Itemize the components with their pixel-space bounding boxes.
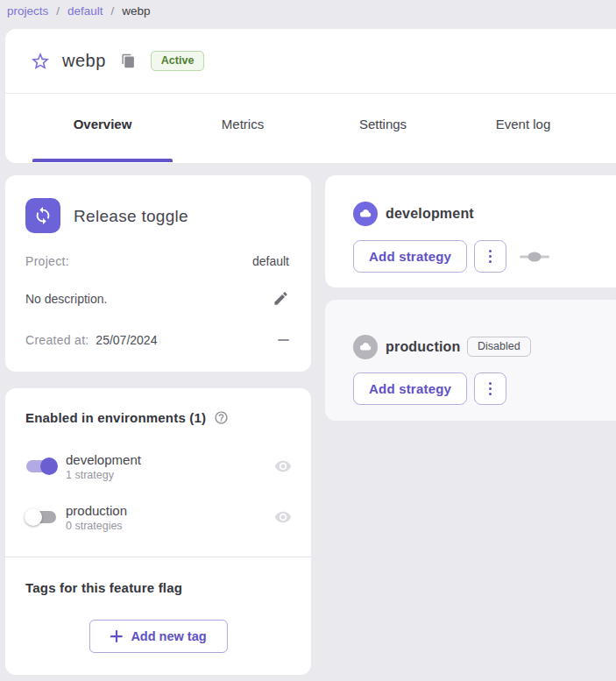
created-label: Created at: <box>25 333 89 347</box>
add-new-tag-label: Add new tag <box>131 629 206 643</box>
development-toggle[interactable] <box>25 456 58 477</box>
tab-settings[interactable]: Settings <box>313 94 453 162</box>
environment-panel-title: production <box>386 339 461 355</box>
cloud-icon <box>353 202 378 226</box>
tab-overview[interactable]: Overview <box>32 94 173 162</box>
help-icon[interactable] <box>214 410 229 425</box>
eye-icon[interactable] <box>274 458 292 475</box>
development-panel-actions: Add strategy <box>353 240 549 273</box>
favorite-star-icon[interactable] <box>30 51 51 72</box>
breadcrumb-separator: / <box>111 4 115 18</box>
environment-row-production: production 0 strategies <box>5 496 311 538</box>
environment-name: production <box>66 503 127 518</box>
kebab-menu-button[interactable] <box>474 240 506 273</box>
flag-details-card: Release toggle Project: default No descr… <box>5 175 311 372</box>
production-environment-panel: production Disabled Add strategy <box>325 300 616 421</box>
cloud-icon <box>353 335 378 359</box>
add-strategy-button[interactable]: Add strategy <box>353 240 467 273</box>
disabled-badge: Disabled <box>467 337 531 357</box>
add-strategy-button[interactable]: Add strategy <box>353 372 467 405</box>
breadcrumb-link-projects[interactable]: projects <box>7 4 48 18</box>
production-toggle[interactable] <box>25 507 58 528</box>
breadcrumb-current: webp <box>122 4 150 18</box>
minus-icon[interactable] <box>278 338 289 342</box>
copy-icon[interactable] <box>121 53 136 69</box>
breadcrumb-separator: / <box>56 4 60 18</box>
page-title: webp <box>62 51 106 71</box>
toggle-thumb <box>25 508 42 526</box>
breadcrumb-link-default[interactable]: default <box>67 4 103 18</box>
environments-heading: Enabled in environments (1) <box>25 410 206 425</box>
add-new-tag-button[interactable]: Add new tag <box>89 620 227 653</box>
release-toggle-icon <box>25 198 60 233</box>
active-tab-indicator <box>32 159 173 162</box>
eye-icon[interactable] <box>274 508 292 526</box>
description-text: No description. <box>25 292 107 306</box>
status-badge: Active <box>151 51 205 71</box>
environment-row-development: development 1 strategy <box>5 445 311 487</box>
project-row: Project: default <box>25 254 289 268</box>
feature-flag-page: projects / default / webp webp Active Ov… <box>0 0 616 681</box>
project-value: default <box>252 254 289 268</box>
production-panel-actions: Add strategy <box>353 372 506 405</box>
edit-pencil-icon[interactable] <box>273 290 289 307</box>
environments-card: Enabled in environments (1) development … <box>5 388 311 675</box>
flag-type-label: Release toggle <box>74 207 188 226</box>
tab-event-log[interactable]: Event log <box>453 94 593 162</box>
development-environment-panel: development Add strategy <box>325 175 616 287</box>
tags-heading: Tags for this feature flag <box>25 580 182 595</box>
divider <box>5 557 311 557</box>
tab-metrics[interactable]: Metrics <box>173 94 313 162</box>
environment-panel-title: development <box>386 206 474 222</box>
created-value: 25/07/2024 <box>96 333 157 347</box>
plus-icon <box>110 630 122 642</box>
kebab-menu-button[interactable] <box>474 372 506 405</box>
flag-title-row: webp Active <box>5 29 616 94</box>
strategy-count: 1 strategy <box>66 469 141 481</box>
collapse-handle-icon[interactable] <box>520 252 549 262</box>
toggle-thumb <box>40 458 58 475</box>
breadcrumb: projects / default / webp <box>7 1 151 20</box>
environment-name: development <box>66 452 141 467</box>
environments-heading-row: Enabled in environments (1) <box>25 410 229 425</box>
flag-header-card: webp Active Overview Metrics Settings Ev… <box>5 29 616 163</box>
created-row: Created at: 25/07/2024 <box>25 333 289 347</box>
description-row: No description. <box>25 290 289 307</box>
project-label: Project: <box>25 254 69 268</box>
strategy-count: 0 strategies <box>66 520 127 532</box>
tab-bar: Overview Metrics Settings Event log <box>5 94 616 162</box>
